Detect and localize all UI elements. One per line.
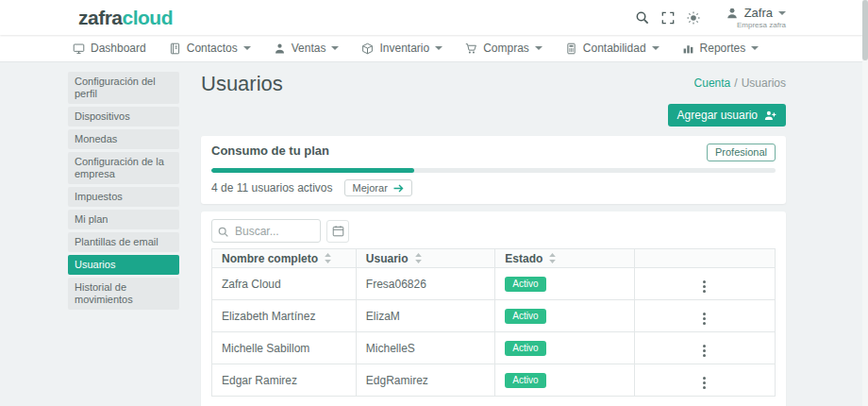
nav-label: Inventario [379,42,429,55]
nav-label: Contabilidad [583,42,646,55]
nav-item-contactos[interactable]: Contactos [169,42,251,55]
sidebar-item-plantillas-email[interactable]: Plantillas de email [68,232,179,252]
search-icon [217,225,229,242]
sales-icon [274,42,286,55]
status-badge: Activo [505,373,545,388]
table-header-row: Nombre completo Usuario Estado [212,249,776,268]
dashboard-icon [73,42,85,55]
cell-name: Elizabeth Martínez [212,300,357,332]
cell-actions [634,332,775,364]
nav-label: Dashboard [91,42,146,55]
nav-label: Contactos [187,42,238,55]
cell-actions [634,300,775,332]
column-label: Nombre completo [222,252,318,265]
upgrade-label: Mejorar [353,182,388,194]
calendar-filter-button[interactable] [326,220,349,243]
chevron-down-icon [751,46,759,50]
add-user-label: Agregar usuario [677,109,758,122]
settings-sidebar: Configuración del perfil Dispositivos Mo… [68,72,179,310]
chevron-down-icon [331,46,339,50]
company-name: Empresa zafra [737,21,786,29]
column-header-status[interactable]: Estado [495,249,634,268]
sidebar-item-monedas[interactable]: Monedas [68,129,179,149]
sidebar-item-configuracion-empresa[interactable]: Configuración de la empresa [68,152,179,184]
logo-text-secondary: cloud [123,7,174,28]
cell-name: Michelle Sabillom [212,332,357,364]
sidebar-item-impuestos[interactable]: Impuestos [68,187,179,207]
cell-status: Activo [495,364,634,397]
chevron-down-icon [243,46,251,50]
sort-icon [415,253,422,263]
plan-progress-bar [211,168,776,173]
nav-item-ventas[interactable]: Ventas [274,42,340,55]
top-bar-actions: Zafra Empresa zafra [635,6,786,29]
plan-usage-text: 4 de 11 usuarios activos [211,181,333,195]
column-header-name[interactable]: Nombre completo [212,249,357,268]
nav-item-compras[interactable]: Compras [465,42,542,55]
status-badge: Activo [505,341,545,356]
user-menu-row: Zafra [726,6,786,20]
nav-item-contabilidad[interactable]: Contabilidad [565,42,659,55]
row-menu-kebab-icon[interactable] [697,374,711,392]
cell-name: Edgar Ramirez [212,364,357,397]
contacts-icon [169,42,181,55]
chevron-down-icon [778,11,786,15]
status-badge: Activo [505,309,545,324]
nav-label: Ventas [292,42,326,55]
row-menu-kebab-icon[interactable] [697,310,711,328]
breadcrumb-cuenta[interactable]: Cuenta [694,76,731,90]
sort-icon [549,253,556,263]
plan-tier-badge: Profesional [707,144,776,161]
nav-item-inventario[interactable]: Inventario [361,42,442,55]
cell-name: Zafra Cloud [212,268,357,300]
user-menu[interactable]: Zafra Empresa zafra [726,6,786,29]
cell-status: Activo [495,268,634,300]
sort-icon [325,253,331,263]
scrollbar-thumb[interactable] [862,0,868,60]
brightness-icon[interactable] [687,11,700,25]
scrollbar[interactable] [862,0,868,406]
user-plus-icon [764,110,776,122]
sidebar-item-configuracion-perfil[interactable]: Configuración del perfil [68,72,179,104]
table-row: Zafra Cloud Fresa06826 Activo [212,268,776,300]
column-header-actions [634,249,775,268]
cell-actions [634,364,775,397]
breadcrumb-separator: / [734,76,737,90]
sidebar-item-usuarios[interactable]: Usuarios [68,255,179,275]
cell-username: Fresa06826 [356,268,494,300]
users-table: Nombre completo Usuario Estado Zafra Clo… [211,248,776,397]
main-nav: Dashboard Contactos Ventas Inventario Co… [0,35,868,62]
nav-item-dashboard[interactable]: Dashboard [73,42,146,55]
fullscreen-icon[interactable] [661,11,675,25]
search-field-wrap [211,219,321,243]
row-menu-kebab-icon[interactable] [697,278,711,296]
calculator-icon [565,42,577,55]
upgrade-button[interactable]: Mejorar [344,179,412,196]
page-title: Usuarios [201,72,283,96]
cell-username: EdgRamirez [356,364,494,397]
sidebar-item-dispositivos[interactable]: Dispositivos [68,107,179,127]
search-icon[interactable] [635,10,649,25]
bar-chart-icon [682,42,694,55]
chevron-down-icon [435,46,442,50]
chevron-down-icon [535,46,542,50]
logo[interactable]: zafracloud [78,7,173,29]
page-actions: Agregar usuario [201,104,786,127]
table-row: Edgar Ramirez EdgRamirez Activo [212,364,776,397]
user-icon [726,7,739,20]
column-label: Estado [505,252,542,265]
arrow-right-icon [393,184,404,193]
row-menu-kebab-icon[interactable] [697,342,711,360]
plan-card-header: Consumo de tu plan Profesional [211,144,776,161]
cell-actions [634,268,775,300]
add-user-button[interactable]: Agregar usuario [668,104,786,127]
table-row: Elizabeth Martínez ElizaM Activo [212,300,776,332]
sidebar-item-mi-plan[interactable]: Mi plan [68,210,179,229]
cell-username: ElizaM [356,300,494,332]
sidebar-item-historial-movimientos[interactable]: Historial de movimientos [68,278,179,310]
nav-item-reportes[interactable]: Reportes [682,42,760,55]
cell-status: Activo [495,300,634,332]
column-header-username[interactable]: Usuario [356,249,494,268]
inventory-icon [361,42,374,55]
main-content: Usuarios Cuenta/Usuarios Agregar usuario… [201,72,786,406]
